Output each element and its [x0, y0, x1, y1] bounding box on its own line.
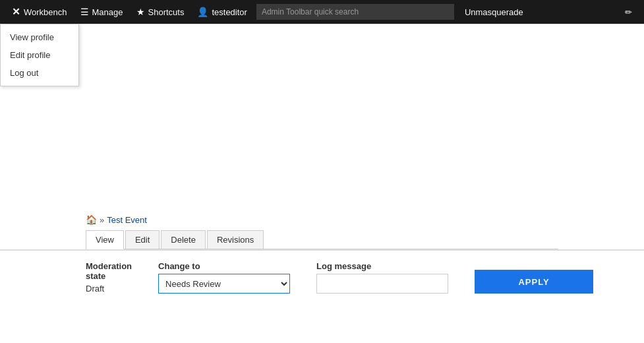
tab-edit[interactable]: Edit [125, 230, 160, 249]
moderation-bar: Moderation state Draft Change to Needs R… [0, 249, 644, 304]
apply-container: APPLY [475, 270, 593, 294]
workbench-menu-item[interactable]: ✕ Workbench [5, 0, 74, 24]
breadcrumb-separator: » [100, 215, 104, 225]
workbench-x-icon: ✕ [12, 6, 20, 18]
user-dropdown-menu: View profile Edit profile Log out [0, 24, 79, 86]
workbench-label: Workbench [24, 7, 67, 17]
edit-profile-link[interactable]: Edit profile [1, 46, 78, 64]
shortcuts-menu-item[interactable]: ★ Shortcuts [130, 0, 191, 24]
change-to-label: Change to [158, 261, 290, 271]
unmasquerade-label: Unmasquerade [465, 7, 523, 17]
breadcrumb: 🏠 » Test Event [86, 214, 558, 225]
moderation-log: Log message [316, 261, 448, 294]
unmasquerade-button[interactable]: Unmasquerade [457, 0, 531, 24]
content-tabs: View Edit Delete Revisions [86, 230, 558, 249]
log-message-label: Log message [316, 261, 448, 271]
apply-button[interactable]: APPLY [475, 270, 593, 294]
shortcuts-label: Shortcuts [148, 7, 185, 17]
moderation-state-value: Draft [86, 284, 132, 294]
tab-revisions[interactable]: Revisions [207, 230, 264, 249]
user-label: testeditor [212, 7, 247, 17]
manage-menu-item[interactable]: ☰ Manage [74, 0, 130, 24]
manage-label: Manage [92, 7, 123, 17]
main-content: 🏠 » Test Event View Edit Delete Revision… [0, 24, 644, 304]
breadcrumb-link[interactable]: Test Event [107, 215, 147, 225]
breadcrumb-area: 🏠 » Test Event View Edit Delete Revision… [0, 209, 644, 249]
log-message-input[interactable] [316, 274, 448, 294]
edit-pencil-button[interactable]: ✏ [618, 0, 639, 24]
tab-view[interactable]: View [86, 230, 124, 249]
user-icon: 👤 [197, 7, 208, 17]
pencil-icon: ✏ [625, 7, 632, 17]
moderation-state: Moderation state Draft [86, 261, 132, 294]
admin-toolbar: ✕ Workbench ☰ Manage ★ Shortcuts 👤 teste… [0, 0, 644, 24]
tab-delete[interactable]: Delete [161, 230, 206, 249]
moderation-state-label: Moderation state [86, 261, 132, 281]
star-icon: ★ [136, 7, 145, 17]
log-out-link[interactable]: Log out [1, 64, 78, 82]
view-profile-link[interactable]: View profile [1, 28, 78, 46]
toolbar-search [256, 4, 454, 20]
manage-icon: ☰ [80, 7, 89, 17]
search-input[interactable] [256, 4, 454, 20]
moderation-change: Change to Needs Review Published Archive… [158, 261, 290, 294]
user-menu-item[interactable]: 👤 testeditor [190, 0, 253, 24]
home-icon: 🏠 [86, 214, 97, 225]
content-area [0, 24, 644, 209]
change-to-select[interactable]: Needs Review Published Archived [158, 274, 290, 294]
